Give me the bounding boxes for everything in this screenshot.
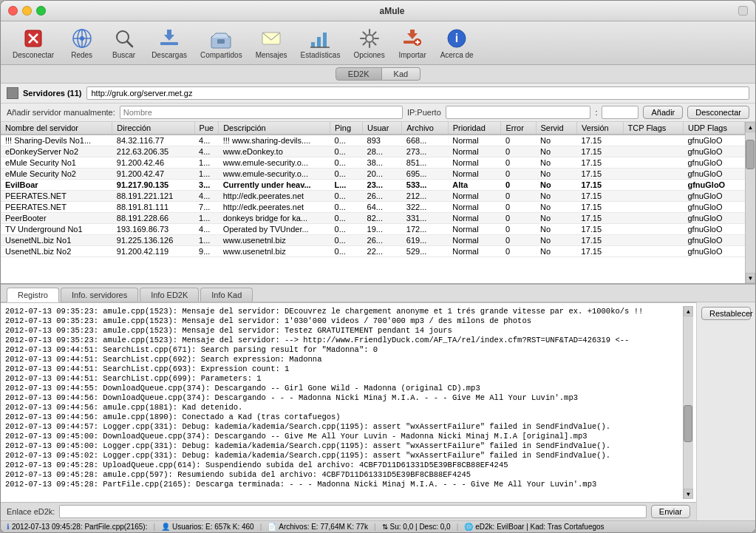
log-line: 2012-07-13 09:44:51: SearchList.cpp(671)… — [4, 344, 683, 354]
toolbar-buscar[interactable]: Buscar — [103, 24, 144, 61]
log-line: 2012-07-13 09:44:51: SearchList.cpp(692)… — [4, 354, 683, 364]
status-speed-text: Su: 0,0 | Desc: 0,0 — [390, 523, 451, 531]
tab-info-servidores[interactable]: Info. servidores — [61, 288, 138, 302]
send-button[interactable]: Enviar — [651, 505, 690, 518]
bottom-panel: 2012-07-13 09:35:23: amule.cpp(1523): Me… — [1, 302, 755, 520]
table-row[interactable]: EvilBoar91.217.90.1353...Currently under… — [1, 180, 745, 191]
minimize-button[interactable] — [22, 6, 32, 16]
log-line: 2012-07-13 09:44:51: SearchList.cpp(699)… — [4, 373, 683, 383]
table-row[interactable]: PeerBooter88.191.228.661...donkeys bridg… — [1, 213, 745, 224]
toolbar-descargas[interactable]: Descargas — [146, 24, 193, 61]
files-icon: 📄 — [268, 523, 276, 531]
log-scroll-down[interactable]: ▼ — [684, 489, 693, 499]
log-scroll-up[interactable]: ▲ — [684, 306, 693, 316]
table-row[interactable]: eMule Security No291.200.42.471...www.em… — [1, 169, 745, 180]
port-input[interactable] — [602, 106, 638, 119]
col-servid[interactable]: Servid — [536, 122, 577, 135]
log-scrollbar[interactable]: ▲ ▼ — [683, 306, 693, 499]
col-name[interactable]: Nombre del servidor — [1, 122, 112, 135]
log-line: 2012-07-13 09:35:23: amule.cpp(1523): Me… — [4, 325, 683, 335]
table-row[interactable]: PEERATES.NET88.191.221.1214...http://edk… — [1, 191, 745, 202]
reset-panel: Restablecer — [696, 302, 755, 520]
tab-info-kad[interactable]: Info Kad — [200, 288, 253, 302]
log-line: 2012-07-13 09:45:28: PartFile.cpp(2165):… — [4, 479, 683, 489]
status-log-text: 2012-07-13 09:45:28: PartFile.cpp(2165): — [12, 523, 147, 531]
tab-registro[interactable]: Registro — [7, 288, 59, 302]
status-log-item: ℹ 2012-07-13 09:45:28: PartFile.cpp(2165… — [7, 523, 147, 531]
kad-button[interactable]: Kad — [382, 67, 421, 81]
scroll-up-arrow[interactable]: ▲ — [746, 122, 755, 132]
ed2k-input[interactable] — [59, 505, 646, 518]
server-list-scrollbar[interactable]: ▲ ▼ — [745, 122, 755, 283]
users-icon: 👤 — [161, 523, 170, 531]
col-desc[interactable]: Descripción — [219, 122, 330, 135]
importar-icon — [401, 27, 424, 50]
bottom-section: Registro Info. servidores Info ED2K Info… — [1, 285, 755, 520]
log-scroll-track — [684, 316, 693, 489]
desconectar-icon — [21, 27, 45, 50]
redes-icon — [70, 27, 94, 50]
table-row[interactable]: eDonkeyServer No2212.63.206.354...www.eD… — [1, 146, 745, 157]
table-row[interactable]: UsenetNL.biz No191.225.136.1261...www.us… — [1, 235, 745, 246]
importar-label: Importar — [399, 51, 426, 59]
descargas-label: Descargas — [151, 51, 187, 59]
log-line: 2012-07-13 09:45:00: DownloadQueue.cpp(3… — [4, 431, 683, 441]
ip-port-label: IP:Puerto — [407, 108, 441, 117]
scroll-down-arrow[interactable]: ▼ — [746, 273, 755, 283]
log-line: 2012-07-13 09:44:56: amule.cpp(1890): Co… — [4, 412, 683, 421]
toolbar-estadisticas[interactable]: Estadísticas — [294, 24, 346, 61]
log-scroll-thumb[interactable] — [684, 405, 692, 442]
ed2k-button[interactable]: ED2K — [336, 67, 382, 81]
log-line: 2012-07-13 09:44:55: DownloadQueue.cpp(3… — [4, 383, 683, 393]
reset-button[interactable]: Restablecer — [701, 307, 751, 320]
table-row[interactable]: TV Underground No1193.169.86.734...Opera… — [1, 224, 745, 235]
col-error[interactable]: Error — [501, 122, 536, 135]
log-line: 2012-07-13 09:44:56: DownloadQueue.cpp(3… — [4, 393, 683, 402]
col-port[interactable]: Pue — [194, 122, 219, 135]
desconectar-label: Desconectar — [13, 51, 54, 59]
status-files-text: Archivos: E: 77,64M K: 77k — [279, 523, 368, 531]
server-name-input[interactable] — [120, 106, 403, 119]
col-priority[interactable]: Prioridad — [448, 122, 501, 135]
toolbar-redes[interactable]: Redes — [61, 24, 102, 61]
scroll-thumb[interactable] — [746, 140, 755, 169]
toolbar-mensajes[interactable]: Mensajes — [250, 24, 293, 61]
tab-info-ed2k[interactable]: Info ED2K — [140, 288, 199, 302]
compartidos-icon — [209, 27, 233, 50]
status-users-text: Usuarios: E: 657k K: 460 — [172, 523, 254, 531]
disconnect-server-button[interactable]: Desconectar — [687, 106, 749, 119]
table-row[interactable]: !!! Sharing-Devils No1...84.32.116.774..… — [1, 135, 745, 146]
col-ping[interactable]: Ping — [330, 122, 363, 135]
log-content: 2012-07-13 09:35:23: amule.cpp(1523): Me… — [4, 306, 683, 499]
status-icon: ℹ — [7, 523, 10, 531]
col-udp[interactable]: UDP Flags — [683, 122, 744, 135]
zoom-button[interactable] — [36, 6, 46, 16]
toolbar-opciones[interactable]: Opciones — [347, 24, 390, 61]
table-row[interactable]: eMule Security No191.200.42.461...www.em… — [1, 157, 745, 169]
status-connection: 🌐 eD2k: EvilBoar | Kad: Tras Cortafuegos — [464, 523, 604, 531]
server-url-input[interactable] — [86, 86, 750, 100]
maximize-icon[interactable] — [738, 6, 748, 16]
toolbar-compartidos[interactable]: Compartidos — [194, 24, 248, 61]
col-version[interactable]: Versión — [577, 122, 623, 135]
status-speeds: ⇅ Su: 0,0 | Desc: 0,0 — [382, 523, 451, 531]
acerca-icon: i — [445, 27, 469, 50]
table-row[interactable]: PEERATES.NET88.191.81.1117...http://edk.… — [1, 202, 745, 213]
toolbar-acerca[interactable]: i Acerca de — [435, 24, 480, 61]
toolbar-desconectar[interactable]: Desconectar — [7, 24, 60, 61]
log-line: 2012-07-13 09:35:23: amule.cpp(1523): Me… — [4, 316, 683, 325]
col-ip[interactable]: Dirección — [112, 122, 194, 135]
add-server-button[interactable]: Añadir — [643, 106, 683, 119]
close-button[interactable] — [8, 6, 18, 16]
speed-icon: ⇅ — [382, 523, 388, 531]
col-files[interactable]: Archivo — [402, 122, 448, 135]
server-table-container[interactable]: Nombre del servidor Dirección Pue Descri… — [1, 122, 745, 283]
col-tcp[interactable]: TCP Flags — [623, 122, 683, 135]
log-line: 2012-07-13 09:35:23: amule.cpp(1523): Me… — [4, 306, 683, 316]
table-row[interactable]: UsenetNL.biz No291.200.42.1199...www.use… — [1, 246, 745, 257]
toolbar-importar[interactable]: Importar — [392, 24, 433, 61]
status-bar: ℹ 2012-07-13 09:45:28: PartFile.cpp(2165… — [1, 520, 755, 532]
col-users[interactable]: Usuar — [363, 122, 402, 135]
ip-input[interactable] — [446, 106, 591, 119]
log-area[interactable]: 2012-07-13 09:35:23: amule.cpp(1523): Me… — [1, 302, 696, 502]
